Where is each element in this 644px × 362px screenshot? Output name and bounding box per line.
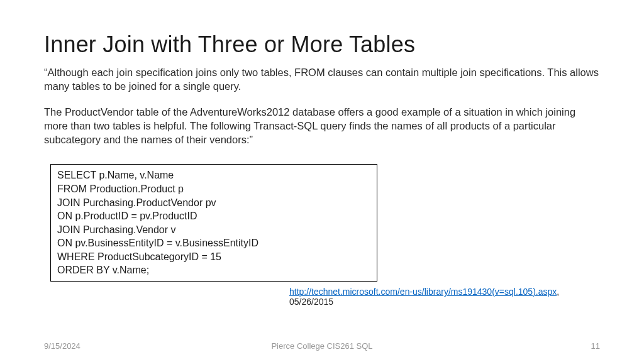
slide-footer: 9/15/2024 Pierce College CIS261 SQL 11 [0, 341, 644, 351]
reference-citation: http://technet.microsoft.com/en-us/libra… [289, 287, 600, 307]
slide-title: Inner Join with Three or More Tables [44, 31, 600, 58]
sql-code-block: SELECT p.Name, v.Name FROM Production.Pr… [50, 164, 377, 282]
paragraph-2: The ProductVendor table of the Adventure… [44, 105, 600, 147]
footer-page-number: 11 [591, 341, 600, 351]
footer-course: Pierce College CIS261 SQL [271, 341, 372, 351]
paragraph-1: “Although each join specification joins … [44, 65, 600, 94]
reference-link[interactable]: http://technet.microsoft.com/en-us/libra… [289, 287, 557, 297]
footer-date: 9/15/2024 [44, 341, 80, 351]
